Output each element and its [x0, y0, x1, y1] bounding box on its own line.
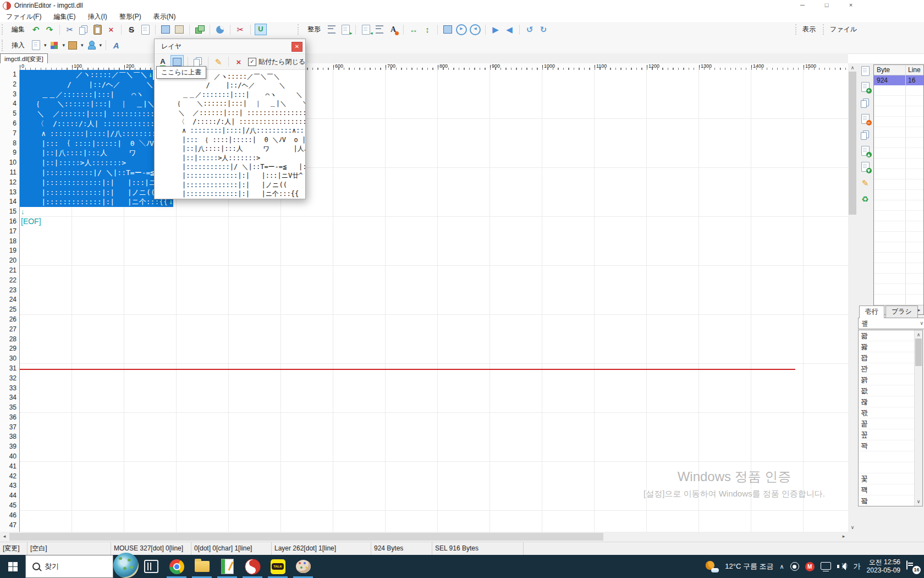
- list-item[interactable]: 꽉: [859, 440, 922, 451]
- menu-item[interactable]: 表示(N): [147, 12, 182, 21]
- fit-height-icon[interactable]: ↕: [421, 24, 433, 36]
- align-lines-icon[interactable]: [326, 24, 338, 36]
- taskbar-app-paint[interactable]: [290, 555, 316, 578]
- list-scrollbar[interactable]: ∧ ∨: [914, 330, 922, 506]
- strikethrough-icon[interactable]: S: [125, 24, 138, 36]
- oneline-combobox[interactable]: 괲 ∨: [858, 318, 924, 329]
- list-item[interactable]: 꽆: [859, 429, 922, 440]
- rotate-ccw-icon[interactable]: ↺: [524, 24, 536, 36]
- crescent-icon[interactable]: [214, 24, 226, 36]
- table-row-empty[interactable]: [874, 127, 923, 138]
- toolbar-gripper[interactable]: [298, 24, 300, 35]
- speaker-icon[interactable]: ))): [837, 563, 848, 570]
- table-row-empty[interactable]: [874, 284, 923, 295]
- selected-text-line[interactable]: / |::/ヘ／ ＼↓: [20, 80, 159, 90]
- table-row-empty[interactable]: [874, 179, 923, 190]
- gmail-tray-icon[interactable]: M: [805, 562, 815, 571]
- column-header-line[interactable]: Line: [906, 65, 923, 75]
- table-row-empty[interactable]: [874, 211, 923, 221]
- rotate-cw-icon[interactable]: ↻: [537, 24, 549, 36]
- horizontal-scroll-thumb[interactable]: [9, 533, 603, 541]
- table-row-empty[interactable]: [874, 138, 923, 148]
- undo-icon[interactable]: ↶: [30, 24, 42, 36]
- paste-icon[interactable]: [91, 24, 103, 36]
- toolbar-file-label[interactable]: ファイル: [830, 25, 857, 34]
- edit-pencil-icon[interactable]: ✎: [212, 56, 224, 68]
- scroll-up-arrow[interactable]: ∧: [848, 63, 857, 72]
- tab-brush[interactable]: ブラシ: [886, 306, 918, 318]
- copy-icon[interactable]: [78, 24, 90, 36]
- memo-icon[interactable]: [139, 24, 151, 36]
- merge-lines-icon[interactable]: [442, 24, 454, 36]
- layer-window-content[interactable]: ／ヽ:::::／￣＼￣＼ / |::/ヘ／ ＼ ＿＿／:::::::|:::| …: [155, 70, 305, 199]
- weather-icon[interactable]: [705, 560, 719, 572]
- table-row-empty[interactable]: [874, 85, 923, 96]
- shift-left-icon[interactable]: ◂: [360, 24, 372, 36]
- editor-vertical-scrollbar[interactable]: ∧ ∨: [848, 63, 857, 532]
- toolbar-gripper[interactable]: [2, 24, 4, 35]
- table-row-empty[interactable]: [874, 200, 923, 211]
- table-row-empty[interactable]: [874, 106, 923, 117]
- taskbar-search-box[interactable]: 찾기: [25, 555, 113, 578]
- delete-layer-icon[interactable]: ×: [233, 56, 245, 68]
- vertical-scroll-thumb[interactable]: [915, 339, 922, 366]
- dropdown-arrow-icon[interactable]: ▾: [63, 42, 65, 48]
- delete-icon[interactable]: ×: [105, 24, 117, 36]
- cut-icon[interactable]: ✂: [64, 24, 76, 36]
- fit-width-icon[interactable]: ↔: [408, 24, 420, 36]
- notification-center-button[interactable]: 16: [906, 561, 919, 572]
- weather-text[interactable]: 12°C 구름 조금: [725, 561, 773, 571]
- list-item[interactable]: 꽥: [859, 484, 922, 495]
- menu-item[interactable]: ファイル(F): [0, 12, 47, 21]
- table-row-selected[interactable]: 924 16: [874, 75, 923, 85]
- document-tab[interactable]: imgctl.dll[変更]: [0, 53, 48, 64]
- selected-text-line[interactable]: ／ヽ:::::／￣＼￣＼↓: [20, 70, 153, 80]
- table-row-empty[interactable]: [874, 295, 923, 305]
- dropdown-arrow-icon[interactable]: ▾: [81, 42, 84, 48]
- tray-expand-chevron-icon[interactable]: ∧: [780, 563, 784, 570]
- insert-character-icon[interactable]: [85, 39, 97, 51]
- taskbar-app-editor[interactable]: [215, 555, 240, 578]
- list-item[interactable]: 꽃: [859, 473, 922, 484]
- byte-line-table[interactable]: Byte Line 924 16 ◂ ▸: [873, 64, 924, 315]
- copy-icon[interactable]: [859, 97, 871, 109]
- task-view-button[interactable]: [139, 555, 164, 578]
- insert-template-icon[interactable]: [30, 39, 42, 51]
- redo-icon[interactable]: ↷: [43, 24, 56, 36]
- editor-canvas[interactable]: ／ヽ:::::／￣＼￣＼↓ / |::/ヘ／ ＼↓ ＿＿／:::::::|:::…: [20, 70, 848, 532]
- list-item[interactable]: 꽅: [859, 418, 922, 429]
- layer-window-titlebar[interactable]: レイヤ ✕: [155, 39, 305, 54]
- pencil-icon[interactable]: ✎: [859, 177, 871, 189]
- scroll-right-arrow[interactable]: ▸: [839, 532, 848, 541]
- insert-parts-icon[interactable]: [67, 39, 79, 51]
- start-button[interactable]: [0, 555, 25, 578]
- dropdown-arrow-icon[interactable]: ▾: [100, 42, 102, 48]
- char-convert-icon[interactable]: A: [387, 24, 399, 36]
- insert-color-icon[interactable]: [48, 39, 61, 51]
- table-row-empty[interactable]: [874, 190, 923, 200]
- oneline-list[interactable]: 꽒꽗꽙꽌꽑꽚꽎꽋꽅꽆꽉꽃꽥꽠꽛꽜꼈 ∧ ∨: [858, 330, 923, 506]
- list-item[interactable]: [859, 451, 922, 462]
- layer-ascii-art[interactable]: ／ヽ:::::／￣＼￣＼ / |::/ヘ／ ＼ ＿＿／:::::::|:::| …: [162, 72, 305, 199]
- vertical-scroll-thumb[interactable]: [849, 72, 856, 215]
- minimize-button[interactable]: ─: [790, 0, 815, 11]
- close-after-paste-checkbox[interactable]: ✓ 貼付たら閉じる: [248, 57, 305, 67]
- toolbar-view-label[interactable]: 表示: [802, 25, 816, 34]
- package-icon[interactable]: [173, 24, 185, 36]
- table-row-empty[interactable]: [874, 242, 923, 253]
- layers-icon[interactable]: [194, 24, 206, 36]
- checkbox-icon[interactable]: ✓: [248, 58, 256, 66]
- close-button[interactable]: ×: [839, 0, 863, 11]
- table-row-empty[interactable]: [874, 159, 923, 169]
- jump-next-icon[interactable]: ▶: [455, 24, 468, 36]
- center-lines-icon[interactable]: [373, 24, 386, 36]
- toolbar-gripper[interactable]: [795, 24, 798, 35]
- list-item[interactable]: [859, 462, 922, 473]
- scroll-left-arrow[interactable]: ◂: [0, 532, 9, 541]
- play-left-icon[interactable]: ◀: [503, 24, 515, 36]
- taskbar-app-orinrin[interactable]: [240, 555, 265, 578]
- taskbar-widget-pond[interactable]: [113, 555, 139, 578]
- editor-horizontal-scrollbar[interactable]: ◂ ▸: [0, 532, 848, 542]
- maximize-button[interactable]: □: [815, 0, 839, 11]
- scroll-down-arrow[interactable]: ∨: [914, 497, 923, 506]
